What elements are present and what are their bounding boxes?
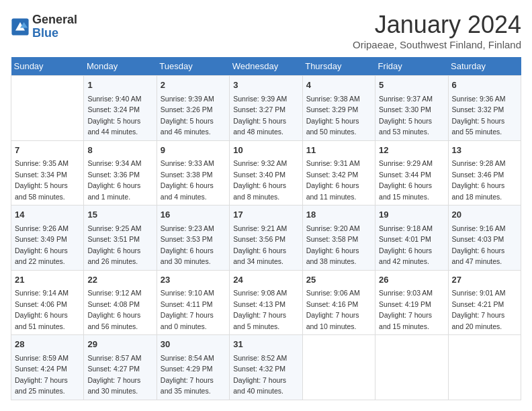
day-info: Sunrise: 9:16 AMSunset: 4:03 PMDaylight:…	[452, 224, 506, 266]
day-number: 5	[379, 79, 444, 92]
logo-blue: Blue	[32, 27, 77, 40]
day-info: Sunrise: 9:33 AMSunset: 3:38 PMDaylight:…	[161, 159, 214, 201]
calendar-cell: 4Sunrise: 9:38 AMSunset: 3:29 PMDaylight…	[302, 76, 375, 141]
logo-text: General Blue	[32, 13, 77, 40]
header-tuesday: Tuesday	[157, 57, 229, 76]
calendar-cell: 15Sunrise: 9:25 AMSunset: 3:51 PMDayligh…	[84, 205, 157, 271]
calendar-week-1: 7Sunrise: 9:35 AMSunset: 3:34 PMDaylight…	[11, 140, 521, 205]
day-info: Sunrise: 9:18 AMSunset: 4:01 PMDaylight:…	[379, 224, 433, 266]
calendar-cell: 6Sunrise: 9:36 AMSunset: 3:32 PMDaylight…	[448, 76, 521, 141]
calendar-cell: 23Sunrise: 9:10 AMSunset: 4:11 PMDayligh…	[157, 270, 229, 335]
calendar-week-0: 1Sunrise: 9:40 AMSunset: 3:24 PMDaylight…	[11, 76, 521, 141]
calendar-week-2: 14Sunrise: 9:26 AMSunset: 3:49 PMDayligh…	[11, 205, 521, 271]
calendar-cell: 7Sunrise: 9:35 AMSunset: 3:34 PMDaylight…	[11, 140, 84, 205]
day-info: Sunrise: 9:06 AMSunset: 4:16 PMDaylight:…	[306, 289, 360, 330]
header-friday: Friday	[375, 57, 448, 76]
day-info: Sunrise: 9:34 AMSunset: 3:36 PMDaylight:…	[87, 159, 141, 201]
title-block: January 2024 Oripaeae, Southwest Finland…	[353, 11, 521, 50]
logo-icon	[11, 17, 30, 36]
day-info: Sunrise: 9:37 AMSunset: 3:30 PMDaylight:…	[379, 95, 433, 136]
day-number: 26	[379, 273, 444, 287]
day-info: Sunrise: 9:40 AMSunset: 3:24 PMDaylight:…	[87, 95, 141, 136]
day-info: Sunrise: 8:57 AMSunset: 4:27 PMDaylight:…	[87, 354, 141, 396]
day-info: Sunrise: 9:39 AMSunset: 3:27 PMDaylight:…	[233, 95, 287, 136]
calendar-cell: 2Sunrise: 9:39 AMSunset: 3:26 PMDaylight…	[157, 76, 229, 141]
day-number: 21	[15, 273, 80, 287]
day-info: Sunrise: 9:20 AMSunset: 3:58 PMDaylight:…	[306, 224, 360, 266]
day-info: Sunrise: 9:01 AMSunset: 4:21 PMDaylight:…	[452, 289, 506, 330]
calendar-cell	[11, 76, 84, 141]
day-info: Sunrise: 9:36 AMSunset: 3:32 PMDaylight:…	[452, 95, 506, 136]
day-info: Sunrise: 8:52 AMSunset: 4:32 PMDaylight:…	[233, 354, 287, 396]
header-thursday: Thursday	[302, 57, 375, 76]
calendar-cell	[375, 335, 448, 400]
day-number: 24	[233, 273, 298, 287]
calendar-cell: 28Sunrise: 8:59 AMSunset: 4:24 PMDayligh…	[11, 335, 84, 400]
calendar-cell: 8Sunrise: 9:34 AMSunset: 3:36 PMDaylight…	[84, 140, 157, 205]
day-number: 23	[161, 273, 226, 287]
day-info: Sunrise: 8:54 AMSunset: 4:29 PMDaylight:…	[161, 354, 214, 396]
calendar-cell: 16Sunrise: 9:23 AMSunset: 3:53 PMDayligh…	[157, 205, 229, 271]
calendar-cell: 5Sunrise: 9:37 AMSunset: 3:30 PMDaylight…	[375, 76, 448, 141]
day-info: Sunrise: 9:29 AMSunset: 3:44 PMDaylight:…	[379, 159, 433, 201]
day-info: Sunrise: 9:35 AMSunset: 3:34 PMDaylight:…	[15, 159, 69, 201]
logo-general: General	[32, 13, 77, 27]
calendar-cell: 31Sunrise: 8:52 AMSunset: 4:32 PMDayligh…	[230, 335, 302, 400]
calendar-week-3: 21Sunrise: 9:14 AMSunset: 4:06 PMDayligh…	[11, 270, 521, 335]
calendar-cell: 29Sunrise: 8:57 AMSunset: 4:27 PMDayligh…	[84, 335, 157, 400]
day-number: 6	[452, 79, 517, 92]
month-title: January 2024	[353, 11, 521, 39]
day-info: Sunrise: 9:14 AMSunset: 4:06 PMDaylight:…	[15, 289, 69, 330]
header-sunday: Sunday	[11, 57, 84, 76]
day-number: 25	[306, 273, 371, 287]
day-info: Sunrise: 9:23 AMSunset: 3:53 PMDaylight:…	[161, 224, 214, 266]
calendar-cell: 22Sunrise: 9:12 AMSunset: 4:08 PMDayligh…	[84, 270, 157, 335]
day-number: 29	[87, 338, 152, 351]
calendar-cell: 13Sunrise: 9:28 AMSunset: 3:46 PMDayligh…	[448, 140, 521, 205]
header-saturday: Saturday	[448, 57, 521, 76]
calendar-cell: 3Sunrise: 9:39 AMSunset: 3:27 PMDaylight…	[230, 76, 302, 141]
day-info: Sunrise: 9:12 AMSunset: 4:08 PMDaylight:…	[87, 289, 141, 330]
day-number: 10	[233, 144, 298, 157]
calendar-cell: 10Sunrise: 9:32 AMSunset: 3:40 PMDayligh…	[230, 140, 302, 205]
day-info: Sunrise: 9:08 AMSunset: 4:13 PMDaylight:…	[233, 289, 287, 330]
day-info: Sunrise: 9:28 AMSunset: 3:46 PMDaylight:…	[452, 159, 506, 201]
day-number: 3	[233, 79, 298, 92]
day-number: 15	[87, 208, 152, 222]
calendar-cell: 30Sunrise: 8:54 AMSunset: 4:29 PMDayligh…	[157, 335, 229, 400]
calendar-cell: 11Sunrise: 9:31 AMSunset: 3:42 PMDayligh…	[302, 140, 375, 205]
day-number: 27	[452, 273, 517, 287]
calendar-cell: 12Sunrise: 9:29 AMSunset: 3:44 PMDayligh…	[375, 140, 448, 205]
calendar-cell: 17Sunrise: 9:21 AMSunset: 3:56 PMDayligh…	[230, 205, 302, 271]
calendar-cell: 20Sunrise: 9:16 AMSunset: 4:03 PMDayligh…	[448, 205, 521, 271]
day-number: 12	[379, 144, 444, 157]
header-monday: Monday	[84, 57, 157, 76]
day-number: 9	[161, 144, 226, 157]
calendar-cell: 9Sunrise: 9:33 AMSunset: 3:38 PMDaylight…	[157, 140, 229, 205]
day-info: Sunrise: 9:32 AMSunset: 3:40 PMDaylight:…	[233, 159, 287, 201]
calendar-week-4: 28Sunrise: 8:59 AMSunset: 4:24 PMDayligh…	[11, 335, 521, 400]
day-number: 31	[233, 338, 298, 351]
day-number: 14	[15, 208, 80, 222]
day-number: 8	[87, 144, 152, 157]
calendar-cell: 21Sunrise: 9:14 AMSunset: 4:06 PMDayligh…	[11, 270, 84, 335]
day-info: Sunrise: 9:26 AMSunset: 3:49 PMDaylight:…	[15, 224, 69, 266]
day-info: Sunrise: 9:25 AMSunset: 3:51 PMDaylight:…	[87, 224, 141, 266]
day-number: 16	[161, 208, 226, 222]
day-info: Sunrise: 9:10 AMSunset: 4:11 PMDaylight:…	[161, 289, 214, 330]
calendar-cell: 19Sunrise: 9:18 AMSunset: 4:01 PMDayligh…	[375, 205, 448, 271]
calendar-cell: 27Sunrise: 9:01 AMSunset: 4:21 PMDayligh…	[448, 270, 521, 335]
page-header: General Blue January 2024 Oripaeae, Sout…	[11, 11, 521, 50]
logo: General Blue	[11, 13, 77, 40]
day-number: 11	[306, 144, 371, 157]
calendar-cell: 1Sunrise: 9:40 AMSunset: 3:24 PMDaylight…	[84, 76, 157, 141]
day-number: 20	[452, 208, 517, 222]
day-number: 30	[161, 338, 226, 351]
header-row: Sunday Monday Tuesday Wednesday Thursday…	[11, 57, 521, 76]
location-subtitle: Oripaeae, Southwest Finland, Finland	[353, 39, 521, 50]
day-number: 17	[233, 208, 298, 222]
day-number: 19	[379, 208, 444, 222]
day-info: Sunrise: 8:59 AMSunset: 4:24 PMDaylight:…	[15, 354, 69, 396]
day-number: 1	[87, 79, 152, 92]
day-info: Sunrise: 9:39 AMSunset: 3:26 PMDaylight:…	[161, 95, 214, 136]
